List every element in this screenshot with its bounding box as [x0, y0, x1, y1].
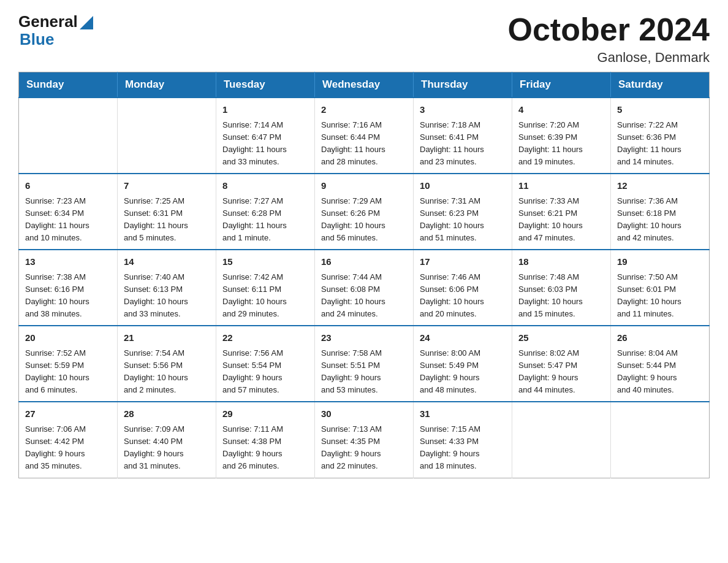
- calendar-cell: 22Sunrise: 7:56 AM Sunset: 5:54 PM Dayli…: [216, 326, 315, 402]
- calendar-cell: 7Sunrise: 7:25 AM Sunset: 6:31 PM Daylig…: [118, 174, 216, 250]
- calendar-week-row: 13Sunrise: 7:38 AM Sunset: 6:16 PM Dayli…: [19, 250, 710, 326]
- weekday-header-tuesday: Tuesday: [216, 72, 315, 98]
- day-number: 23: [321, 331, 407, 345]
- day-info: Sunrise: 7:58 AM Sunset: 5:51 PM Dayligh…: [321, 347, 407, 397]
- day-info: Sunrise: 7:27 AM Sunset: 6:28 PM Dayligh…: [222, 195, 308, 245]
- day-number: 27: [25, 407, 111, 421]
- day-number: 1: [222, 103, 308, 117]
- calendar-cell: 5Sunrise: 7:22 AM Sunset: 6:36 PM Daylig…: [611, 98, 710, 174]
- day-info: Sunrise: 7:16 AM Sunset: 6:44 PM Dayligh…: [321, 119, 407, 169]
- day-number: 6: [25, 179, 111, 193]
- day-number: 31: [420, 407, 506, 421]
- day-info: Sunrise: 7:09 AM Sunset: 4:40 PM Dayligh…: [124, 423, 210, 473]
- calendar-cell: 31Sunrise: 7:15 AM Sunset: 4:33 PM Dayli…: [414, 402, 512, 478]
- day-number: 8: [222, 179, 308, 193]
- day-number: 7: [124, 179, 210, 193]
- weekday-header-sunday: Sunday: [19, 72, 118, 98]
- day-info: Sunrise: 7:18 AM Sunset: 6:41 PM Dayligh…: [420, 119, 506, 169]
- calendar-table: SundayMondayTuesdayWednesdayThursdayFrid…: [18, 72, 710, 478]
- day-info: Sunrise: 7:33 AM Sunset: 6:21 PM Dayligh…: [518, 195, 604, 245]
- day-number: 9: [321, 179, 407, 193]
- day-number: 18: [518, 255, 604, 269]
- day-info: Sunrise: 7:38 AM Sunset: 6:16 PM Dayligh…: [25, 271, 111, 321]
- day-number: 17: [420, 255, 506, 269]
- calendar-cell: 27Sunrise: 7:06 AM Sunset: 4:42 PM Dayli…: [19, 402, 118, 478]
- logo: General Blue: [18, 12, 93, 49]
- calendar-week-row: 20Sunrise: 7:52 AM Sunset: 5:59 PM Dayli…: [19, 326, 710, 402]
- day-number: 29: [222, 407, 308, 421]
- calendar-cell: 21Sunrise: 7:54 AM Sunset: 5:56 PM Dayli…: [118, 326, 216, 402]
- day-info: Sunrise: 7:14 AM Sunset: 6:47 PM Dayligh…: [222, 119, 308, 169]
- day-info: Sunrise: 8:00 AM Sunset: 5:49 PM Dayligh…: [420, 347, 506, 397]
- day-info: Sunrise: 7:15 AM Sunset: 4:33 PM Dayligh…: [420, 423, 506, 473]
- calendar-cell: 25Sunrise: 8:02 AM Sunset: 5:47 PM Dayli…: [512, 326, 611, 402]
- calendar-cell: 23Sunrise: 7:58 AM Sunset: 5:51 PM Dayli…: [315, 326, 414, 402]
- calendar-header-row: SundayMondayTuesdayWednesdayThursdayFrid…: [19, 72, 710, 98]
- day-number: 14: [124, 255, 210, 269]
- calendar-cell: 11Sunrise: 7:33 AM Sunset: 6:21 PM Dayli…: [512, 174, 611, 250]
- day-number: 25: [518, 331, 604, 345]
- calendar-cell: 9Sunrise: 7:29 AM Sunset: 6:26 PM Daylig…: [315, 174, 414, 250]
- calendar-cell: 15Sunrise: 7:42 AM Sunset: 6:11 PM Dayli…: [216, 250, 315, 326]
- day-info: Sunrise: 7:31 AM Sunset: 6:23 PM Dayligh…: [420, 195, 506, 245]
- day-info: Sunrise: 7:50 AM Sunset: 6:01 PM Dayligh…: [617, 271, 703, 321]
- day-number: 4: [518, 103, 604, 117]
- day-number: 16: [321, 255, 407, 269]
- day-number: 12: [617, 179, 703, 193]
- day-number: 19: [617, 255, 703, 269]
- day-number: 15: [222, 255, 308, 269]
- day-info: Sunrise: 7:42 AM Sunset: 6:11 PM Dayligh…: [222, 271, 308, 321]
- calendar-cell: 24Sunrise: 8:00 AM Sunset: 5:49 PM Dayli…: [414, 326, 512, 402]
- calendar-cell: [118, 98, 216, 174]
- calendar-cell: 19Sunrise: 7:50 AM Sunset: 6:01 PM Dayli…: [611, 250, 710, 326]
- day-number: 3: [420, 103, 506, 117]
- day-info: Sunrise: 7:40 AM Sunset: 6:13 PM Dayligh…: [124, 271, 210, 321]
- page-header: General Blue October 2024 Ganlose, Denma…: [18, 12, 710, 66]
- calendar-cell: 1Sunrise: 7:14 AM Sunset: 6:47 PM Daylig…: [216, 98, 315, 174]
- day-number: 30: [321, 407, 407, 421]
- calendar-cell: 14Sunrise: 7:40 AM Sunset: 6:13 PM Dayli…: [118, 250, 216, 326]
- day-number: 20: [25, 331, 111, 345]
- day-number: 21: [124, 331, 210, 345]
- weekday-header-thursday: Thursday: [414, 72, 512, 98]
- day-number: 2: [321, 103, 407, 117]
- calendar-cell: 4Sunrise: 7:20 AM Sunset: 6:39 PM Daylig…: [512, 98, 611, 174]
- day-number: 26: [617, 331, 703, 345]
- day-number: 5: [617, 103, 703, 117]
- day-info: Sunrise: 7:56 AM Sunset: 5:54 PM Dayligh…: [222, 347, 308, 397]
- calendar-cell: 28Sunrise: 7:09 AM Sunset: 4:40 PM Dayli…: [118, 402, 216, 478]
- calendar-cell: [512, 402, 611, 478]
- day-info: Sunrise: 7:29 AM Sunset: 6:26 PM Dayligh…: [321, 195, 407, 245]
- logo-general-text: General: [18, 12, 78, 31]
- day-info: Sunrise: 7:36 AM Sunset: 6:18 PM Dayligh…: [617, 195, 703, 245]
- title-section: October 2024 Ganlose, Denmark: [508, 12, 710, 66]
- day-info: Sunrise: 7:54 AM Sunset: 5:56 PM Dayligh…: [124, 347, 210, 397]
- day-number: 13: [25, 255, 111, 269]
- calendar-cell: 18Sunrise: 7:48 AM Sunset: 6:03 PM Dayli…: [512, 250, 611, 326]
- day-number: 24: [420, 331, 506, 345]
- calendar-cell: 16Sunrise: 7:44 AM Sunset: 6:08 PM Dayli…: [315, 250, 414, 326]
- calendar-cell: 20Sunrise: 7:52 AM Sunset: 5:59 PM Dayli…: [19, 326, 118, 402]
- calendar-cell: [19, 98, 118, 174]
- month-title: October 2024: [508, 12, 710, 47]
- calendar-cell: [611, 402, 710, 478]
- day-info: Sunrise: 7:48 AM Sunset: 6:03 PM Dayligh…: [518, 271, 604, 321]
- day-info: Sunrise: 7:06 AM Sunset: 4:42 PM Dayligh…: [25, 423, 111, 473]
- calendar-week-row: 6Sunrise: 7:23 AM Sunset: 6:34 PM Daylig…: [19, 174, 710, 250]
- day-info: Sunrise: 8:02 AM Sunset: 5:47 PM Dayligh…: [518, 347, 604, 397]
- day-number: 10: [420, 179, 506, 193]
- weekday-header-friday: Friday: [512, 72, 611, 98]
- day-info: Sunrise: 7:20 AM Sunset: 6:39 PM Dayligh…: [518, 119, 604, 169]
- day-info: Sunrise: 7:52 AM Sunset: 5:59 PM Dayligh…: [25, 347, 111, 397]
- calendar-cell: 10Sunrise: 7:31 AM Sunset: 6:23 PM Dayli…: [414, 174, 512, 250]
- calendar-cell: 17Sunrise: 7:46 AM Sunset: 6:06 PM Dayli…: [414, 250, 512, 326]
- calendar-cell: 2Sunrise: 7:16 AM Sunset: 6:44 PM Daylig…: [315, 98, 414, 174]
- calendar-week-row: 27Sunrise: 7:06 AM Sunset: 4:42 PM Dayli…: [19, 402, 710, 478]
- location-text: Ganlose, Denmark: [508, 50, 710, 66]
- calendar-cell: 8Sunrise: 7:27 AM Sunset: 6:28 PM Daylig…: [216, 174, 315, 250]
- weekday-header-saturday: Saturday: [611, 72, 710, 98]
- logo-triangle-icon: [80, 16, 93, 29]
- logo-blue-text: Blue: [20, 30, 54, 48]
- day-info: Sunrise: 7:22 AM Sunset: 6:36 PM Dayligh…: [617, 119, 703, 169]
- day-info: Sunrise: 7:25 AM Sunset: 6:31 PM Dayligh…: [124, 195, 210, 245]
